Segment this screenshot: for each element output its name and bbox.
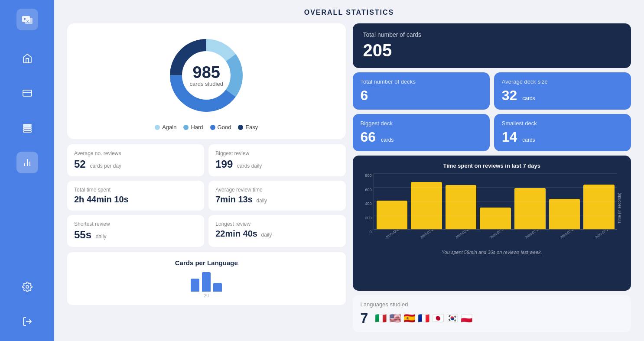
cards-per-language-card: Cards per Language 20 — [67, 252, 346, 305]
content-grid: 985 cards studied Again Hard — [67, 23, 631, 332]
total-cards-number: 205 — [363, 41, 621, 60]
flag-usa: 🇺🇸 — [389, 313, 401, 324]
legend-hard: Hard — [183, 124, 203, 130]
bar-col-7 — [583, 175, 615, 229]
review-stats-grid: Average no. reviews 52 cards per day Big… — [67, 144, 346, 247]
cards-per-language-chart — [74, 270, 339, 292]
donut-center: 985 cards studied — [190, 64, 223, 87]
flag-japan: 🇯🇵 — [432, 313, 444, 324]
svg-rect-7 — [23, 127, 31, 128]
svg-point-13 — [26, 286, 29, 288]
bar-mini — [191, 279, 199, 292]
bar-col-5 — [514, 175, 546, 229]
y-axis-title: Time (in seconds) — [617, 173, 623, 243]
chart-footer: You spent 59min and 36s on reviews last … — [361, 250, 624, 255]
legend-label-hard: Hard — [191, 124, 203, 130]
biggest-deck-value: 66 cards — [361, 129, 482, 145]
y-label-0: 0 — [369, 230, 371, 234]
bar-mini — [202, 272, 211, 292]
svg-rect-9 — [23, 131, 31, 132]
avg-deck-size-card: Average deck size 32 cards — [494, 72, 631, 110]
total-decks-value: 6 — [361, 88, 482, 104]
app-logo: F X — [16, 9, 38, 30]
donut-chart: 985 cards studied — [163, 32, 250, 119]
flag-spain: 🇪🇸 — [403, 313, 415, 324]
mid-stats: Total number of decks 6 Average deck siz… — [353, 72, 631, 151]
languages-row: 7 🇮🇹 🇺🇸 🇪🇸 🇫🇷 🇯🇵 🇰🇷 🇵🇱 — [361, 310, 624, 326]
main-content: OVERALL STATISTICS — [54, 0, 644, 341]
legend-good: Good — [210, 124, 231, 130]
stat-total-time-value: 2h 44min 10s — [74, 195, 197, 205]
languages-card: Languages studied 7 🇮🇹 🇺🇸 🇪🇸 🇫🇷 🇯🇵 🇰🇷 🇵🇱 — [353, 295, 631, 332]
bar-col-2 — [411, 175, 442, 229]
page-title: OVERALL STATISTICS — [67, 9, 631, 16]
smallest-deck-card: Smallest deck 14 cards — [494, 114, 631, 151]
svg-rect-8 — [23, 129, 31, 130]
y-label-800: 800 — [365, 173, 371, 178]
stat-biggest-review: Biggest review 199 cards daily — [208, 144, 345, 176]
x-label-6: 2025-02-20 — [553, 230, 585, 243]
avg-deck-size-unit: cards — [522, 95, 535, 101]
stat-total-time-label: Total time spent — [74, 187, 197, 193]
stat-avg-review-time-unit: daily — [256, 198, 267, 204]
legend-dot-good — [210, 125, 215, 130]
bars-area: 2025-02-25 2025-02-24 2025-02-23 2025-02… — [374, 173, 618, 243]
stat-biggest-review-label: Biggest review — [215, 150, 338, 156]
biggest-deck-card: Biggest deck 66 cards — [353, 114, 490, 151]
svg-text:X: X — [26, 19, 29, 23]
x-label-3: 2025-02-23 — [449, 230, 481, 243]
stat-avg-review-time: Average review time 7min 13s daily — [208, 181, 345, 211]
sidebar-item-stats[interactable] — [16, 152, 38, 173]
donut-card: 985 cards studied Again Hard — [67, 23, 346, 139]
total-cards-label: Total number of cards — [363, 31, 621, 38]
sidebar-item-settings[interactable] — [16, 276, 38, 298]
sidebar-item-home[interactable] — [16, 48, 38, 69]
biggest-deck-label: Biggest deck — [361, 120, 482, 127]
stat-longest-review-label: Longest review — [215, 221, 338, 227]
bar-2 — [411, 182, 442, 229]
stat-shortest-review: Shortest review 55s daily — [67, 215, 204, 247]
x-label-5: 2025-02-21 — [519, 230, 551, 243]
chart-title: Time spent on reviews in last 7 days — [361, 162, 624, 169]
stat-avg-review-time-value: 7min 13s daily — [215, 195, 338, 205]
stat-longest-review-unit: daily — [261, 232, 272, 238]
bar-col-3 — [446, 175, 477, 229]
smallest-deck-unit: cards — [522, 137, 535, 143]
stat-shortest-review-label: Shortest review — [74, 221, 197, 227]
legend-dot-again — [155, 125, 160, 130]
stat-shortest-review-unit: daily — [96, 234, 107, 240]
total-decks-card: Total number of decks 6 — [353, 72, 490, 110]
stat-avg-reviews-label: Average no. reviews — [74, 150, 197, 156]
stat-biggest-review-value: 199 cards daily — [215, 158, 338, 170]
y-label-600: 600 — [365, 188, 371, 192]
sidebar-item-cards[interactable] — [16, 82, 38, 104]
stat-longest-review-value: 22min 40s daily — [215, 229, 338, 239]
chart-area: 800 600 400 200 0 — [361, 173, 624, 243]
flag-poland: 🇵🇱 — [461, 313, 472, 324]
bar-col-4 — [480, 175, 511, 229]
bar-3 — [446, 185, 477, 229]
bar-mini — [213, 283, 222, 292]
legend-dot-hard — [183, 125, 189, 130]
total-cards-card: Total number of cards 205 — [353, 23, 631, 68]
legend-easy: Easy — [238, 124, 258, 130]
svg-rect-6 — [23, 124, 31, 126]
stat-longest-review: Longest review 22min 40s daily — [208, 215, 345, 247]
svg-text:F: F — [24, 17, 26, 21]
smallest-deck-label: Smallest deck — [502, 120, 623, 127]
total-decks-label: Total number of decks — [361, 78, 482, 85]
languages-count: 7 — [361, 310, 368, 326]
x-label-7: 2025-02-19 — [589, 230, 617, 243]
stat-avg-review-time-label: Average review time — [215, 187, 338, 193]
x-label-2: 2025-02-24 — [414, 230, 446, 243]
flag-korea: 🇰🇷 — [446, 313, 458, 324]
bar-4 — [480, 208, 511, 229]
flag-icons: 🇮🇹 🇺🇸 🇪🇸 🇫🇷 🇯🇵 🇰🇷 🇵🇱 — [375, 313, 472, 324]
y-axis: 800 600 400 200 0 — [361, 173, 374, 243]
chart-axis-label: 20 — [74, 293, 339, 298]
sidebar-item-decks[interactable] — [16, 117, 38, 139]
x-label-1: 2025-02-25 — [379, 230, 411, 243]
stat-shortest-review-value: 55s daily — [74, 229, 197, 241]
sidebar-item-logout[interactable] — [16, 311, 38, 332]
stat-avg-reviews: Average no. reviews 52 cards per day — [67, 144, 204, 176]
